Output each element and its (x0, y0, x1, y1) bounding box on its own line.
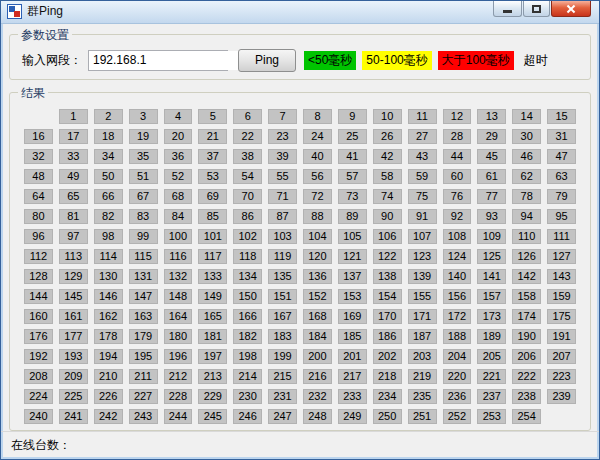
result-cell-118: 118 (233, 249, 262, 264)
result-cell-124: 124 (443, 249, 472, 264)
online-count-label: 在线台数： (11, 437, 71, 454)
result-cell-214: 214 (233, 369, 262, 384)
network-segment-combobox[interactable] (88, 50, 228, 71)
result-cell-246: 246 (233, 409, 262, 424)
result-cell-67: 67 (129, 189, 158, 204)
result-cell-253: 253 (477, 409, 506, 424)
result-cell-220: 220 (443, 369, 472, 384)
result-cell-251: 251 (408, 409, 437, 424)
result-cell-18: 18 (94, 129, 123, 144)
result-cell-91: 91 (408, 209, 437, 224)
result-cell-54: 54 (233, 169, 262, 184)
result-cell-215: 215 (268, 369, 297, 384)
result-cell-11: 11 (408, 109, 437, 124)
result-cell-179: 179 (129, 329, 158, 344)
result-cell-202: 202 (373, 349, 402, 364)
result-cell-62: 62 (512, 169, 541, 184)
result-cell-180: 180 (164, 329, 193, 344)
maximize-button[interactable] (523, 1, 550, 17)
result-cell-4: 4 (164, 109, 193, 124)
result-cell-106: 106 (373, 229, 402, 244)
title-bar[interactable]: 群Ping (1, 1, 599, 24)
result-cell-229: 229 (198, 389, 227, 404)
result-cell-147: 147 (129, 289, 158, 304)
result-cell-46: 46 (512, 149, 541, 164)
result-cell-197: 197 (198, 349, 227, 364)
result-cell-31: 31 (547, 129, 576, 144)
result-cell-110: 110 (512, 229, 541, 244)
result-cell-52: 52 (164, 169, 193, 184)
result-cell-234: 234 (373, 389, 402, 404)
result-cell-82: 82 (94, 209, 123, 224)
result-cell-168: 168 (303, 309, 332, 324)
close-button[interactable] (551, 1, 591, 17)
result-cell-28: 28 (443, 129, 472, 144)
result-cell-195: 195 (129, 349, 158, 364)
result-cell-151: 151 (268, 289, 297, 304)
result-cell-65: 65 (59, 189, 88, 204)
network-segment-label: 输入网段： (22, 52, 82, 69)
result-cell-135: 135 (268, 269, 297, 284)
result-cell-194: 194 (94, 349, 123, 364)
result-cell-72: 72 (303, 189, 332, 204)
result-cell-146: 146 (94, 289, 123, 304)
result-cell-40: 40 (303, 149, 332, 164)
ping-button[interactable]: Ping (238, 49, 296, 72)
result-cell-243: 243 (129, 409, 158, 424)
result-cell-35: 35 (129, 149, 158, 164)
result-cell-247: 247 (268, 409, 297, 424)
settings-groupbox: 参数设置 输入网段： Ping <50毫秒50-100毫秒大于100毫秒超时 (9, 34, 591, 80)
result-cell-87: 87 (268, 209, 297, 224)
result-cell-228: 228 (164, 389, 193, 404)
result-cell-73: 73 (338, 189, 367, 204)
network-segment-input[interactable] (89, 51, 252, 70)
result-cell-123: 123 (408, 249, 437, 264)
minimize-button[interactable] (493, 1, 522, 17)
result-cell-9: 9 (338, 109, 367, 124)
result-cell-128: 128 (24, 269, 53, 284)
result-cell-96: 96 (24, 229, 53, 244)
result-cell-103: 103 (268, 229, 297, 244)
result-cell-27: 27 (408, 129, 437, 144)
result-cell-16: 16 (24, 129, 53, 144)
result-cell-240: 240 (24, 409, 53, 424)
result-cell-141: 141 (477, 269, 506, 284)
result-cell-136: 136 (303, 269, 332, 284)
result-cell-42: 42 (373, 149, 402, 164)
result-cell-134: 134 (233, 269, 262, 284)
result-cell-99: 99 (129, 229, 158, 244)
result-cell-112: 112 (24, 249, 53, 264)
result-cell-225: 225 (59, 389, 88, 404)
result-cell-129: 129 (59, 269, 88, 284)
result-cell-53: 53 (198, 169, 227, 184)
result-cell-133: 133 (198, 269, 227, 284)
result-cell-44: 44 (443, 149, 472, 164)
result-cell-189: 189 (477, 329, 506, 344)
result-cell-132: 132 (164, 269, 193, 284)
result-cell-254: 254 (512, 409, 541, 424)
result-cell-227: 227 (129, 389, 158, 404)
result-cell-36: 36 (164, 149, 193, 164)
result-cell-75: 75 (408, 189, 437, 204)
result-cell-2: 2 (94, 109, 123, 124)
result-cell-167: 167 (268, 309, 297, 324)
result-cell-127: 127 (547, 249, 576, 264)
result-cell-148: 148 (164, 289, 193, 304)
result-cell-77: 77 (477, 189, 506, 204)
result-cell-89: 89 (338, 209, 367, 224)
result-grid: 1234567891011121314151617181920212223242… (18, 109, 582, 424)
result-cell-235: 235 (408, 389, 437, 404)
result-cell-131: 131 (129, 269, 158, 284)
result-cell-29: 29 (477, 129, 506, 144)
result-cell-242: 242 (94, 409, 123, 424)
result-cell-100: 100 (164, 229, 193, 244)
result-cell-200: 200 (303, 349, 332, 364)
legend-50-100ms: 50-100毫秒 (362, 51, 431, 70)
app-icon (7, 4, 22, 19)
result-cell-59: 59 (408, 169, 437, 184)
result-cell-22: 22 (233, 129, 262, 144)
result-cell-15: 15 (547, 109, 576, 124)
result-cell-111: 111 (547, 229, 576, 244)
result-cell-184: 184 (303, 329, 332, 344)
result-cell-1: 1 (59, 109, 88, 124)
